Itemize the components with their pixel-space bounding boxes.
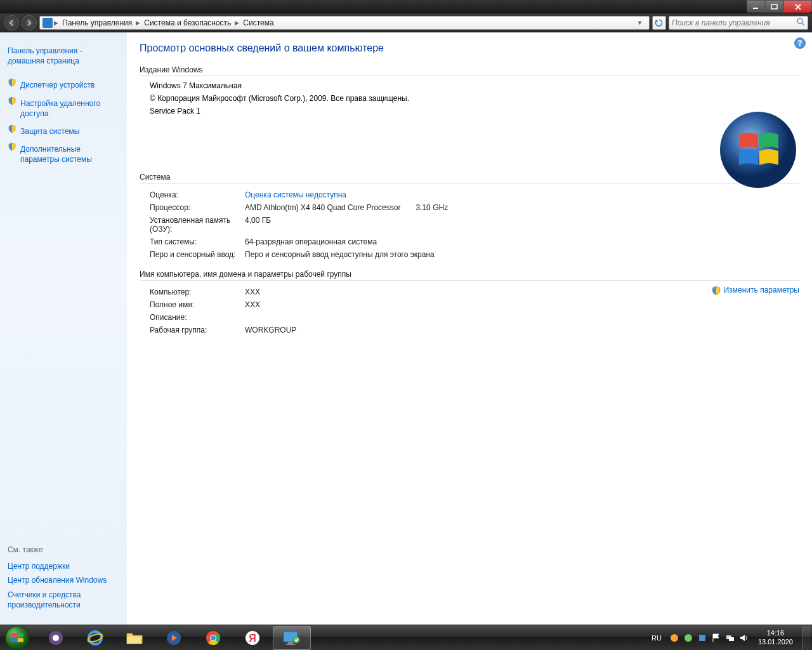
windows-edition: Windows 7 Максимальная bbox=[150, 81, 799, 90]
description-label: Описание: bbox=[150, 311, 245, 324]
workgroup-label: Рабочая группа: bbox=[150, 324, 245, 336]
start-button[interactable] bbox=[0, 625, 34, 651]
tray-icon[interactable] bbox=[669, 633, 679, 643]
svg-rect-1 bbox=[771, 4, 777, 9]
tray-icon[interactable] bbox=[697, 633, 707, 643]
shield-icon bbox=[8, 78, 16, 87]
pen-value: Перо и сенсорный ввод недоступны для это… bbox=[245, 248, 453, 261]
svg-rect-24 bbox=[729, 637, 734, 641]
help-button[interactable]: ? bbox=[794, 37, 806, 49]
system-header: Система bbox=[140, 173, 799, 183]
taskbar-ie[interactable] bbox=[76, 626, 114, 650]
shield-icon bbox=[8, 142, 16, 151]
search-icon[interactable] bbox=[796, 17, 805, 28]
computer-value: XXX bbox=[245, 286, 301, 298]
breadcrumb[interactable]: ▶ Панель управления ▶ Система и безопасн… bbox=[39, 16, 650, 30]
rating-link[interactable]: Оценка системы недоступна bbox=[245, 190, 346, 199]
system-tray: RU 14:16 13.01.2020 bbox=[649, 626, 812, 650]
volume-icon[interactable] bbox=[739, 633, 749, 643]
svg-point-20 bbox=[671, 634, 678, 642]
fullname-value: XXX bbox=[245, 298, 301, 311]
fullname-label: Полное имя: bbox=[150, 298, 245, 311]
edition-header: Издание Windows bbox=[140, 65, 799, 76]
sidebar-item-label: Настройка удаленного доступа bbox=[20, 96, 119, 121]
svg-rect-17 bbox=[288, 642, 293, 644]
rating-label: Оценка: bbox=[150, 189, 245, 201]
media-player-icon bbox=[164, 629, 183, 647]
search-box[interactable] bbox=[669, 16, 808, 30]
taskbar-app-1[interactable] bbox=[37, 626, 75, 650]
shield-icon bbox=[8, 124, 16, 133]
clock[interactable]: 14:16 13.01.2020 bbox=[754, 629, 797, 646]
taskbar-mediaplayer[interactable] bbox=[155, 626, 193, 650]
crumb-control-panel[interactable]: Панель управления bbox=[58, 18, 136, 27]
refresh-button[interactable] bbox=[652, 16, 666, 30]
chevron-right-icon: ▶ bbox=[136, 20, 140, 26]
dropdown-icon[interactable]: ▼ bbox=[633, 20, 646, 26]
windows-copyright: © Корпорация Майкрософт (Microsoft Corp.… bbox=[150, 94, 799, 103]
svg-rect-0 bbox=[753, 8, 758, 9]
windows-service-pack: Service Pack 1 bbox=[150, 107, 799, 116]
svg-point-3 bbox=[720, 112, 796, 188]
control-panel-icon bbox=[282, 629, 301, 647]
taskbar-control-panel[interactable] bbox=[273, 626, 311, 650]
crumb-system[interactable]: Система bbox=[239, 18, 277, 27]
search-input[interactable] bbox=[672, 18, 796, 27]
control-panel-home-link[interactable]: Панель управления - домашняя страница bbox=[8, 44, 119, 68]
back-button[interactable] bbox=[4, 15, 19, 30]
shield-icon bbox=[711, 286, 721, 296]
svg-rect-22 bbox=[699, 635, 705, 641]
yandex-icon: Я bbox=[243, 629, 262, 647]
svg-point-13 bbox=[211, 635, 216, 640]
minimize-button[interactable] bbox=[747, 0, 765, 13]
sidebar-item-label: Дополнительные параметры системы bbox=[20, 142, 119, 166]
taskbar-chrome[interactable] bbox=[194, 626, 232, 650]
close-button[interactable] bbox=[783, 0, 812, 13]
svg-rect-18 bbox=[286, 644, 295, 645]
date: 13.01.2020 bbox=[758, 638, 793, 646]
ie-icon bbox=[86, 629, 105, 647]
chrome-icon bbox=[204, 629, 223, 647]
sidebar-advanced-settings[interactable]: Дополнительные параметры системы bbox=[8, 142, 119, 166]
processor-value: AMD Athlon(tm) X4 840 Quad Core Processo… bbox=[245, 201, 453, 214]
seealso-performance[interactable]: Счетчики и средства производительности bbox=[8, 588, 119, 612]
computername-header: Имя компьютера, имя домена и параметры р… bbox=[140, 270, 799, 281]
time: 14:16 bbox=[758, 629, 793, 637]
sidebar: Панель управления - домашняя страница Ди… bbox=[0, 32, 127, 625]
tray-icon[interactable] bbox=[683, 633, 693, 643]
seealso-windows-update[interactable]: Центр обновления Windows bbox=[8, 573, 119, 587]
network-icon[interactable] bbox=[725, 633, 735, 643]
sidebar-item-label: Диспетчер устройств bbox=[20, 78, 95, 92]
systype-value: 64-разрядная операционная система bbox=[245, 235, 453, 248]
seealso-action-center[interactable]: Центр поддержки bbox=[8, 559, 119, 573]
svg-point-19 bbox=[293, 637, 299, 643]
sidebar-device-manager[interactable]: Диспетчер устройств bbox=[8, 78, 119, 92]
content-area: ? Просмотр основных сведений о вашем ком… bbox=[127, 32, 812, 625]
description-value bbox=[245, 311, 301, 324]
sidebar-item-label: Защита системы bbox=[20, 124, 79, 138]
workgroup-value: WORKGROUP bbox=[245, 324, 301, 336]
pen-label: Перо и сенсорный ввод: bbox=[150, 248, 245, 261]
taskbar-yandex[interactable]: Я bbox=[233, 626, 272, 650]
sidebar-system-protection[interactable]: Защита системы bbox=[8, 124, 119, 138]
forward-button[interactable] bbox=[22, 15, 37, 30]
address-bar: ▶ Панель управления ▶ Система и безопасн… bbox=[0, 13, 812, 32]
page-title: Просмотр основных сведений о вашем компь… bbox=[140, 43, 799, 54]
chevron-right-icon: ▶ bbox=[54, 20, 58, 26]
app-icon bbox=[46, 629, 65, 647]
maximize-button[interactable] bbox=[765, 0, 783, 13]
start-orb-icon bbox=[5, 626, 29, 650]
windows-logo-icon bbox=[717, 109, 799, 191]
systype-label: Тип системы: bbox=[150, 235, 245, 248]
show-desktop-button[interactable] bbox=[802, 626, 811, 650]
language-indicator[interactable]: RU bbox=[649, 634, 664, 642]
change-settings-link[interactable]: Изменить параметры bbox=[711, 286, 799, 296]
flag-icon[interactable] bbox=[711, 633, 721, 643]
sidebar-remote-settings[interactable]: Настройка удаленного доступа bbox=[8, 96, 119, 121]
crumb-system-security[interactable]: Система и безопасность bbox=[140, 18, 235, 27]
ram-value: 4,00 ГБ bbox=[245, 214, 453, 235]
svg-point-2 bbox=[797, 18, 802, 23]
svg-point-21 bbox=[684, 634, 692, 642]
svg-text:Я: Я bbox=[249, 633, 256, 644]
taskbar-explorer[interactable] bbox=[115, 626, 154, 650]
